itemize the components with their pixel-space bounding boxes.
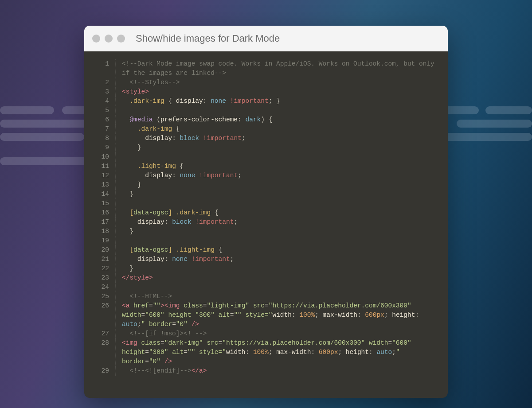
code-line: <!--[if !mso]><! -->	[115, 329, 439, 338]
code-line: <!--Styles-->	[115, 78, 439, 87]
code-line: display: block !important;	[115, 218, 439, 227]
code-line: <a href=""><img class="light-img" src="h…	[115, 301, 439, 329]
line-number-gutter: 1 2 3 4 5 6 7 8 9 10 11 12 13 14 15 16 1…	[84, 59, 115, 398]
code-line: }	[115, 180, 439, 190]
maximize-icon[interactable]	[117, 35, 125, 43]
code-line: <!--<![endif]--></a>	[115, 366, 439, 376]
code-line	[115, 283, 439, 292]
window-titlebar: Show/hide images for Dark Mode	[84, 26, 448, 51]
code-line	[115, 152, 439, 162]
code-line: }	[115, 143, 439, 152]
code-line	[115, 236, 439, 245]
code-line	[115, 106, 439, 115]
code-line: @media (prefers-color-scheme: dark) {	[115, 115, 439, 124]
code-line: }	[115, 264, 439, 273]
code-line: }	[115, 190, 439, 199]
code-line: }	[115, 227, 439, 236]
code-line: display: block !important;	[115, 134, 439, 143]
code-editor[interactable]: 1 2 3 4 5 6 7 8 9 10 11 12 13 14 15 16 1…	[84, 51, 448, 398]
code-line: .light-img {	[115, 162, 439, 171]
code-line: display: none !important;	[115, 255, 439, 264]
editor-window: Show/hide images for Dark Mode 1 2 3 4 5…	[84, 26, 448, 398]
code-line: </style>	[115, 273, 439, 283]
minimize-icon[interactable]	[105, 35, 113, 43]
code-line: [data-ogsc] .light-img {	[115, 245, 439, 255]
code-line: [data-ogsc] .dark-img {	[115, 208, 439, 218]
code-line: <style>	[115, 87, 439, 97]
code-content[interactable]: <!--Dark Mode image swap code. Works in …	[115, 59, 448, 398]
window-title: Show/hide images for Dark Mode	[136, 33, 280, 44]
code-line	[115, 199, 439, 208]
code-line: .dark-img {	[115, 124, 439, 134]
code-line: <img class="dark-img" src="https://via.p…	[115, 338, 439, 366]
code-line: <!--Dark Mode image swap code. Works in …	[115, 59, 439, 78]
code-line: <!--HTML-->	[115, 292, 439, 301]
code-line: display: none !important;	[115, 171, 439, 180]
code-line: .dark-img { display: none !important; }	[115, 97, 439, 106]
close-icon[interactable]	[92, 35, 100, 43]
